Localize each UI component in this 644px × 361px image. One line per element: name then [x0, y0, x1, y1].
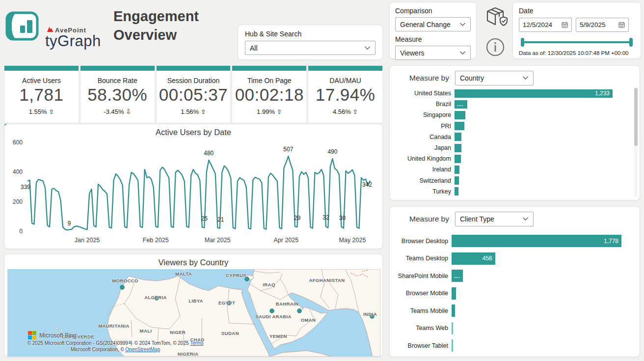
- bar[interactable]: [455, 133, 461, 141]
- viewers-by-country-map: Viewers by Country: [4, 254, 383, 357]
- bar[interactable]: [452, 322, 453, 334]
- bar[interactable]: [455, 166, 459, 174]
- slider-track[interactable]: [522, 41, 632, 43]
- map-label-libya: LIBYA: [188, 298, 203, 304]
- info-icon[interactable]: [485, 37, 505, 59]
- date-start-input[interactable]: 12/5/2024: [519, 18, 572, 32]
- bar-value-label: ...: [454, 273, 460, 279]
- bar-track: [452, 337, 633, 355]
- chart-text: 0: [19, 228, 23, 235]
- bar-track: 456: [452, 250, 633, 268]
- map-label-morocco: MOROCCO: [112, 278, 138, 283]
- bar-category-label: Japan: [390, 144, 455, 151]
- line-chart-canvas[interactable]: 0200400600Jan 2025Feb 2025Mar 2025Apr 20…: [4, 138, 383, 249]
- kpi-card-active-users[interactable]: Active Users1,7811.55% ⇧: [4, 65, 79, 123]
- bar-category-label: Browser Tablet: [390, 342, 452, 349]
- map-marker[interactable]: [270, 309, 274, 313]
- chart-text: 200: [13, 198, 23, 205]
- kpi-value: 58.30%: [80, 85, 155, 105]
- kpi-card-bounce-rate[interactable]: Bounce Rate58.30%-3.45% ⇩: [80, 65, 155, 123]
- bar-category-label: SharePoint Mobile: [390, 273, 452, 279]
- map-marker[interactable]: [120, 285, 124, 289]
- tygraph-logo-icon: [5, 11, 40, 42]
- hub-search-dropdown[interactable]: All: [245, 41, 376, 55]
- bar-row-browser-tablet[interactable]: Browser Tablet: [390, 337, 633, 355]
- chart-text: Mar 2025: [205, 237, 231, 244]
- bar-category-label: Canada: [390, 134, 455, 140]
- kpi-accent-strip: [157, 66, 231, 71]
- kpi-label: Time On Page: [232, 77, 306, 84]
- bar-row-united-kingdom[interactable]: United Kingdom: [390, 153, 633, 164]
- bar-row-teams-desktop[interactable]: Teams Desktop456: [390, 250, 633, 268]
- bar[interactable]: ...: [455, 100, 467, 109]
- scrollbar-thumb[interactable]: [634, 88, 638, 146]
- measure-dropdown[interactable]: Viewers: [395, 46, 471, 60]
- bar-category-label: Switzerland: [390, 177, 455, 184]
- bar[interactable]: [455, 176, 459, 185]
- slider-handle-start[interactable]: [521, 38, 524, 47]
- bar-category-label: PRI: [390, 123, 455, 130]
- bar-row-teams-mobile[interactable]: Teams Mobile: [390, 302, 633, 320]
- measure-by-client-dropdown[interactable]: Client Type: [455, 212, 534, 226]
- date-end-input[interactable]: 5/9/2025: [576, 18, 629, 32]
- bar-track: [455, 110, 633, 120]
- bar[interactable]: [452, 287, 456, 300]
- bar-row-browser-mobile[interactable]: Browser Mobile: [390, 285, 633, 303]
- comparison-dropdown[interactable]: General Change: [395, 17, 471, 31]
- kpi-card-dau-mau[interactable]: DAU/MAU17.94%4.56% ⇧: [308, 65, 383, 123]
- microsoft-logo-icon: [28, 331, 36, 339]
- package-shield-icon[interactable]: [482, 5, 509, 30]
- measure-by-country-dropdown[interactable]: Country: [455, 71, 534, 85]
- measure-by-label: Measure by: [409, 215, 449, 223]
- map-label-india: INDIA: [363, 311, 377, 317]
- bar-row-pri[interactable]: PRI: [390, 121, 633, 132]
- bar-row-singapore[interactable]: Singapore: [390, 110, 633, 120]
- bar[interactable]: [455, 122, 464, 130]
- bing-logo[interactable]: Microsoft Bing: [28, 331, 77, 339]
- bar[interactable]: [455, 155, 461, 163]
- active-users-line: [27, 156, 370, 230]
- country-bar-chart: United States1,233Brazil...SingaporePRIC…: [390, 88, 633, 197]
- bar[interactable]: 1,233: [455, 89, 613, 98]
- hub-site-search-card: Hub & Site Search All: [238, 25, 383, 60]
- bar-category-label: Teams Mobile: [390, 307, 452, 314]
- bar[interactable]: 1,778: [452, 235, 621, 247]
- kpi-change: 4.56% ⇧: [308, 108, 382, 115]
- bar[interactable]: ...: [452, 270, 463, 282]
- chart-text: 342: [362, 181, 372, 188]
- map-marker[interactable]: [297, 309, 301, 313]
- bar[interactable]: [452, 339, 453, 352]
- kpi-change: -3.45% ⇩: [80, 108, 155, 115]
- bar-row-united-states[interactable]: United States1,233: [390, 88, 633, 99]
- openstreetmap-link[interactable]: OpenStreetMap: [125, 347, 160, 352]
- bar-row-canada[interactable]: Canada: [390, 132, 633, 142]
- kpi-card-session-duration[interactable]: Session Duration00:05:371.56% ⇧: [156, 65, 231, 123]
- bar[interactable]: [452, 305, 455, 317]
- measure-by-country-panel: Measure by Country United States1,233Bra…: [389, 65, 640, 200]
- kpi-accent-strip: [308, 66, 382, 71]
- measure-by-label: Measure by: [409, 74, 449, 83]
- bar-row-sharepoint-mobile[interactable]: SharePoint Mobile...: [390, 267, 633, 285]
- bar-row-teams-web[interactable]: Teams Web: [390, 320, 633, 337]
- country-scrollbar[interactable]: [634, 88, 638, 197]
- date-range-slider[interactable]: [521, 37, 633, 47]
- bar-row-japan[interactable]: Japan: [390, 142, 633, 153]
- chart-text: 400: [13, 168, 23, 175]
- map-label-bahrain: BAHRAIN: [276, 301, 299, 306]
- bar-row-browser-desktop[interactable]: Browser Desktop1,778: [390, 232, 633, 250]
- bar[interactable]: [455, 111, 465, 119]
- measure-value: Viewers: [400, 49, 425, 57]
- chevron-down-icon: [522, 217, 529, 221]
- bar[interactable]: 456: [452, 252, 495, 265]
- bar-row-brazil[interactable]: Brazil...: [390, 99, 633, 110]
- chart-text: 25: [201, 215, 208, 222]
- bar[interactable]: [455, 144, 461, 152]
- bar-row-switzerland[interactable]: Switzerland: [390, 175, 633, 186]
- map-canvas[interactable]: MALTACYPRUSMOROCCOIRAQAFGHANISTANALGERIA…: [7, 269, 380, 357]
- bar[interactable]: [455, 187, 458, 195]
- kpi-card-time-on-page[interactable]: Time On Page00:02:181.99% ⇧: [232, 65, 307, 123]
- terms-link[interactable]: Terms: [190, 340, 203, 346]
- bar-row-turkey[interactable]: Turkey: [390, 186, 633, 197]
- slider-handle-end[interactable]: [629, 38, 633, 47]
- bar-row-ireland[interactable]: Ireland: [390, 164, 633, 175]
